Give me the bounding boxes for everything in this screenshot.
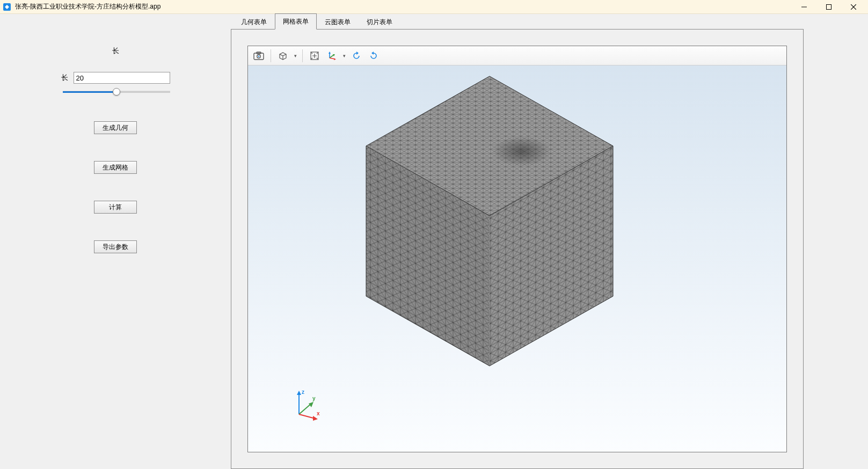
svg-rect-2 bbox=[827, 4, 831, 9]
svg-line-27 bbox=[299, 404, 311, 414]
workarea: 长 长 生成几何 生成网格 计算 导出参数 几何表单 网格表单 云图表单 切片表… bbox=[0, 14, 868, 469]
length-input-row: 长 bbox=[61, 72, 170, 84]
toolbar-separator bbox=[302, 49, 303, 62]
titlebar: 张亮-陕西工业职业技术学院-方庄结构分析模型.app bbox=[0, 0, 868, 14]
svg-line-29 bbox=[299, 414, 315, 419]
maximize-button[interactable] bbox=[816, 0, 841, 14]
rotate-cw-icon[interactable] bbox=[366, 48, 381, 63]
length-slider-wrap bbox=[62, 87, 169, 94]
generate-geometry-button[interactable]: 生成几何 bbox=[94, 121, 137, 134]
tab-contour[interactable]: 云图表单 bbox=[317, 14, 359, 30]
svg-marker-17 bbox=[371, 52, 374, 55]
svg-marker-11 bbox=[329, 52, 331, 54]
length-slider[interactable] bbox=[63, 91, 170, 93]
axis-z-label: z bbox=[302, 389, 304, 395]
graphics-view[interactable]: z y x bbox=[248, 65, 786, 452]
svg-marker-15 bbox=[334, 58, 336, 60]
generate-mesh-button[interactable]: 生成网格 bbox=[94, 161, 137, 174]
axis-triad: z y x bbox=[291, 387, 323, 420]
svg-marker-30 bbox=[313, 416, 318, 421]
toolbar-separator bbox=[271, 49, 271, 62]
zoom-extents-icon[interactable] bbox=[307, 48, 322, 63]
axis-y-label: y bbox=[312, 395, 316, 401]
view-cube-dropdown[interactable]: ▾ bbox=[293, 53, 298, 58]
svg-point-8 bbox=[258, 55, 259, 56]
length-input[interactable] bbox=[74, 72, 170, 84]
view-cube-icon[interactable] bbox=[275, 48, 290, 63]
svg-marker-16 bbox=[356, 52, 359, 55]
left-panel: 长 长 生成几何 生成网格 计算 导出参数 bbox=[0, 14, 231, 469]
graphics-frame: ▾ ▾ bbox=[247, 46, 787, 452]
axis-orient-icon[interactable] bbox=[324, 48, 339, 63]
tab-slice[interactable]: 切片表单 bbox=[359, 14, 400, 30]
svg-point-20 bbox=[492, 136, 551, 166]
tab-mesh[interactable]: 网格表单 bbox=[275, 13, 317, 30]
axis-orient-dropdown[interactable]: ▾ bbox=[341, 53, 347, 58]
window-title: 张亮-陕西工业职业技术学院-方庄结构分析模型.app bbox=[15, 2, 161, 11]
close-button[interactable] bbox=[841, 0, 866, 14]
axis-x-label: x bbox=[317, 411, 320, 416]
rotate-ccw-icon[interactable] bbox=[349, 48, 364, 63]
graphics-toolbar: ▾ ▾ bbox=[248, 46, 786, 65]
screenshot-icon[interactable] bbox=[251, 48, 266, 63]
length-label: 长 bbox=[61, 73, 68, 83]
section-label: 长 bbox=[112, 46, 119, 56]
app-icon bbox=[2, 2, 12, 12]
tab-content: ▾ ▾ bbox=[231, 29, 804, 469]
export-params-button[interactable]: 导出参数 bbox=[94, 240, 137, 253]
minimize-button[interactable] bbox=[792, 0, 816, 14]
tab-geometry[interactable]: 几何表单 bbox=[233, 14, 275, 30]
compute-button[interactable]: 计算 bbox=[94, 201, 137, 214]
svg-line-12 bbox=[330, 55, 334, 58]
mesh-cube bbox=[355, 71, 624, 371]
tabs-column: 几何表单 网格表单 云图表单 切片表单 ▾ bbox=[231, 14, 868, 469]
tabstrip: 几何表单 网格表单 云图表单 切片表单 bbox=[231, 14, 804, 29]
svg-marker-26 bbox=[297, 391, 301, 395]
